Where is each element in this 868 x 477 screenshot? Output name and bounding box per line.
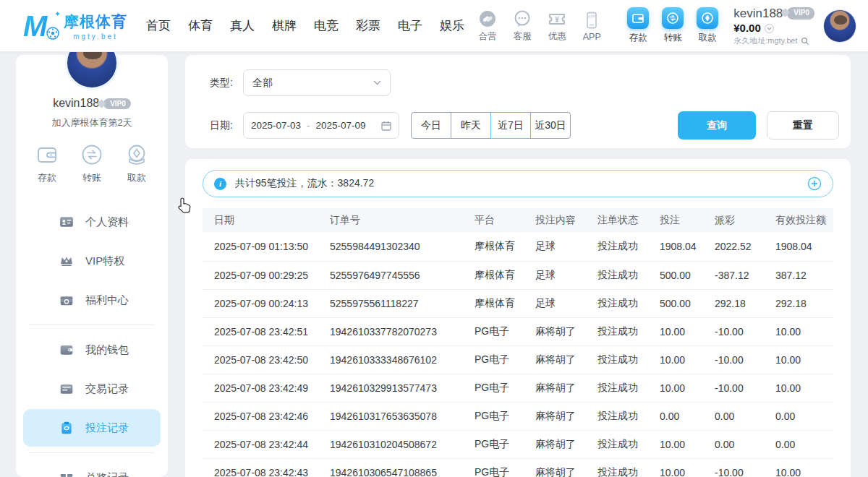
welfare-icon bbox=[59, 293, 74, 307]
cell-payout: 0.00 bbox=[703, 402, 764, 430]
deposit-button[interactable]: 存款 bbox=[621, 7, 655, 44]
cell-valid: 0.00 bbox=[764, 430, 833, 458]
col-bet: 投注 bbox=[648, 208, 703, 233]
cell-content: 麻将胡了 bbox=[524, 402, 586, 430]
partnership-button[interactable]: 合营 bbox=[472, 9, 503, 43]
cell-content: 麻将胡了 bbox=[524, 345, 586, 374]
sidebar-item-wallet[interactable]: 我的钱包 bbox=[23, 331, 161, 369]
info-icon: i bbox=[214, 178, 226, 190]
sidebar-withdraw-button[interactable]: 取款 bbox=[124, 142, 149, 184]
nav-item-cards[interactable]: 棋牌 bbox=[272, 17, 297, 34]
avatar[interactable] bbox=[823, 9, 856, 43]
cell-platform: PG电子 bbox=[463, 402, 524, 430]
customer-service-icon bbox=[513, 9, 532, 28]
summary-bar: i 共计95笔投注，流水：3824.72 bbox=[203, 170, 833, 197]
date-separator: - bbox=[307, 120, 310, 131]
sidebar-item-transactions[interactable]: 交易记录 bbox=[23, 370, 161, 408]
filter-panel: 类型: 全部 日期: 2025-07-03 - 2025-07-09 今日 昨天… bbox=[185, 55, 851, 148]
cell-bet: 0.00 bbox=[648, 402, 703, 430]
table-row: 2025-07-08 23:42:50 1942610333348676102 … bbox=[203, 345, 833, 374]
cell-status: 投注成功 bbox=[586, 458, 648, 477]
deposit-icon bbox=[35, 142, 59, 167]
table-row: 2025-07-08 23:42:44 1942610310204508672 … bbox=[203, 430, 833, 458]
cell-payout: 0.00 bbox=[703, 430, 764, 458]
balance: ¥0.00 bbox=[733, 22, 761, 35]
sidebar-username: kevin188 bbox=[53, 97, 99, 110]
partnership-icon bbox=[478, 9, 497, 28]
bet-records-icon bbox=[59, 421, 74, 435]
menu-divider bbox=[29, 452, 155, 453]
sidebar-deposit-button[interactable]: 存款 bbox=[35, 142, 59, 184]
type-select-value: 全部 bbox=[252, 77, 273, 90]
reset-button[interactable]: 重置 bbox=[767, 111, 839, 139]
search-button[interactable]: 查询 bbox=[678, 111, 756, 139]
app-icon: APP bbox=[582, 10, 601, 30]
date-end-value: 2025-07-09 bbox=[316, 120, 366, 131]
nav-item-esports[interactable]: 电竞 bbox=[314, 17, 339, 34]
brand-domain: mgty.bet bbox=[73, 33, 118, 40]
nav-item-live[interactable]: 真人 bbox=[230, 17, 255, 34]
cell-order: 1942610310204508672 bbox=[318, 430, 463, 458]
nav-item-entertainment[interactable]: 娱乐 bbox=[440, 17, 464, 34]
cell-date: 2025-07-09 00:24:13 bbox=[203, 289, 318, 317]
col-platform: 平台 bbox=[463, 208, 524, 233]
sidebar-item-redeem[interactable]: 兑奖记录 bbox=[23, 459, 161, 477]
range-today-button[interactable]: 今日 bbox=[411, 112, 451, 139]
brand-title: 摩根体育 bbox=[64, 12, 127, 32]
date-range-input[interactable]: 2025-07-03 - 2025-07-09 bbox=[243, 112, 399, 139]
table-row: 2025-07-08 23:42:49 1942610329913577473 … bbox=[203, 374, 833, 402]
transfer-button[interactable]: 转账 bbox=[655, 7, 690, 44]
table-row: 2025-07-09 01:13:50 5255984491302340 摩根体… bbox=[203, 233, 833, 261]
expand-summary-icon[interactable] bbox=[807, 176, 822, 191]
cell-bet: 10.00 bbox=[648, 458, 703, 477]
brand-logo[interactable]: M ✦ 摩根体育 mgty.bet bbox=[23, 9, 127, 43]
cell-content: 麻将胡了 bbox=[524, 374, 586, 402]
col-content: 投注内容 bbox=[524, 208, 586, 233]
cell-status: 投注成功 bbox=[586, 402, 648, 430]
cell-bet: 10.00 bbox=[648, 374, 703, 402]
sidebar-transfer-button[interactable]: 转账 bbox=[80, 142, 104, 184]
top-nav: M ✦ 摩根体育 mgty.bet 首页 体育 真人 棋牌 电竞 彩票 电子 娱… bbox=[0, 0, 868, 52]
app-download-button[interactable]: APP APP bbox=[576, 10, 607, 42]
magnifier-icon[interactable] bbox=[801, 37, 809, 46]
cell-date: 2025-07-08 23:42:50 bbox=[203, 345, 318, 374]
cell-order: 1942610306547108865 bbox=[318, 458, 463, 477]
withdraw-button[interactable]: 取款 bbox=[690, 7, 725, 44]
customer-service-button[interactable]: 客服 bbox=[507, 9, 537, 43]
cell-platform: 摩根体育 bbox=[463, 233, 524, 261]
nav-item-lottery[interactable]: 彩票 bbox=[356, 17, 380, 34]
wallet-actions: 存款 转账 取款 bbox=[621, 7, 725, 44]
cell-content: 麻将胡了 bbox=[524, 317, 586, 345]
joined-days-text: 加入摩根体育第2天 bbox=[16, 116, 168, 129]
promo-button[interactable]: ¥ 优惠 bbox=[542, 9, 572, 43]
sidebar: kevin188 VIP0 加入摩根体育第2天 存款 转账 取款 个人资料 VI… bbox=[16, 55, 168, 477]
sidebar-item-bet-records[interactable]: 投注记录 bbox=[23, 409, 161, 447]
cell-content: 麻将胡了 bbox=[524, 430, 586, 458]
cell-order: 1942610333348676102 bbox=[318, 345, 463, 374]
range-yesterday-button[interactable]: 昨天 bbox=[451, 112, 491, 139]
refresh-balance-icon[interactable] bbox=[765, 24, 774, 33]
calendar-icon bbox=[381, 121, 391, 131]
sidebar-item-vip[interactable]: VIP特权 bbox=[23, 242, 161, 280]
sidebar-item-welfare[interactable]: 福利中心 bbox=[23, 281, 161, 319]
cell-content: 足球 bbox=[524, 289, 586, 317]
cell-valid: 10.00 bbox=[764, 374, 833, 402]
profile-icon bbox=[59, 215, 74, 229]
sidebar-item-profile[interactable]: 个人资料 bbox=[23, 203, 161, 241]
nav-item-slots[interactable]: 电子 bbox=[398, 17, 422, 34]
cell-valid: 10.00 bbox=[764, 458, 833, 477]
cell-bet: 10.00 bbox=[648, 430, 703, 458]
nav-item-home[interactable]: 首页 bbox=[146, 17, 171, 34]
bet-records-table: 日期 订单号 平台 投注内容 注单状态 投注 派彩 有效投注额 2025-07-… bbox=[203, 208, 833, 477]
type-select[interactable]: 全部 bbox=[243, 69, 391, 96]
range-30days-button[interactable]: 近30日 bbox=[530, 112, 571, 139]
range-7days-button[interactable]: 近7日 bbox=[490, 112, 531, 139]
cell-payout: -387.12 bbox=[703, 261, 764, 289]
cell-platform: PG电子 bbox=[463, 430, 524, 458]
nav-item-sports[interactable]: 体育 bbox=[188, 17, 213, 34]
sidebar-quick-actions: 存款 转账 取款 bbox=[16, 129, 168, 184]
cell-content: 足球 bbox=[524, 233, 586, 261]
cell-valid: 292.18 bbox=[764, 289, 833, 317]
transfer-icon bbox=[662, 7, 684, 29]
username[interactable]: kevin188 bbox=[733, 6, 783, 21]
